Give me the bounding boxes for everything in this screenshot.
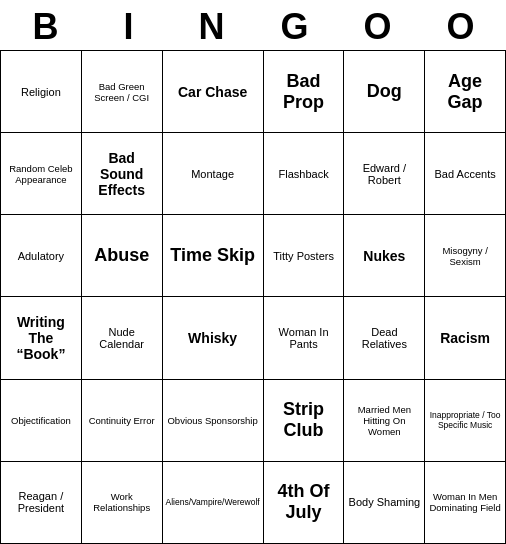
- bingo-cell: Strip Club: [264, 380, 345, 462]
- bingo-cell: Whisky: [163, 297, 264, 379]
- header-letter: I: [87, 6, 170, 48]
- bingo-cell: Bad Accents: [425, 133, 506, 215]
- bingo-cell: Body Shaming: [344, 462, 425, 544]
- bingo-header: BINGOO: [0, 0, 506, 50]
- bingo-cell: Inappropriate / Too Specific Music: [425, 380, 506, 462]
- bingo-cell: Writing The “Book”: [1, 297, 82, 379]
- bingo-cell: Random Celeb Appearance: [1, 133, 82, 215]
- bingo-cell: Bad Green Screen / CGI: [82, 51, 163, 133]
- header-letter: G: [253, 6, 336, 48]
- bingo-cell: Aliens/Vampire/Werewolf: [163, 462, 264, 544]
- bingo-cell: 4th Of July: [264, 462, 345, 544]
- header-letter: O: [336, 6, 419, 48]
- bingo-cell: Obvious Sponsorship: [163, 380, 264, 462]
- bingo-cell: Objectification: [1, 380, 82, 462]
- bingo-cell: Bad Sound Effects: [82, 133, 163, 215]
- bingo-cell: Nude Calendar: [82, 297, 163, 379]
- bingo-cell: Woman In Pants: [264, 297, 345, 379]
- bingo-cell: Car Chase: [163, 51, 264, 133]
- header-letter: B: [4, 6, 87, 48]
- bingo-cell: Time Skip: [163, 215, 264, 297]
- header-letter: N: [170, 6, 253, 48]
- bingo-cell: Bad Prop: [264, 51, 345, 133]
- bingo-cell: Abuse: [82, 215, 163, 297]
- bingo-cell: Racism: [425, 297, 506, 379]
- bingo-cell: Woman In Men Dominating Field: [425, 462, 506, 544]
- bingo-cell: Adulatory: [1, 215, 82, 297]
- bingo-cell: Nukes: [344, 215, 425, 297]
- bingo-grid: ReligionBad Green Screen / CGICar ChaseB…: [0, 50, 506, 544]
- bingo-cell: Dead Relatives: [344, 297, 425, 379]
- bingo-cell: Flashback: [264, 133, 345, 215]
- bingo-cell: Titty Posters: [264, 215, 345, 297]
- bingo-cell: Montage: [163, 133, 264, 215]
- bingo-cell: Work Relationships: [82, 462, 163, 544]
- bingo-cell: Dog: [344, 51, 425, 133]
- bingo-cell: Religion: [1, 51, 82, 133]
- bingo-cell: Age Gap: [425, 51, 506, 133]
- header-letter: O: [419, 6, 502, 48]
- bingo-cell: Misogyny / Sexism: [425, 215, 506, 297]
- bingo-cell: Reagan / President: [1, 462, 82, 544]
- bingo-cell: Continuity Error: [82, 380, 163, 462]
- bingo-cell: Edward / Robert: [344, 133, 425, 215]
- bingo-cell: Married Men Hitting On Women: [344, 380, 425, 462]
